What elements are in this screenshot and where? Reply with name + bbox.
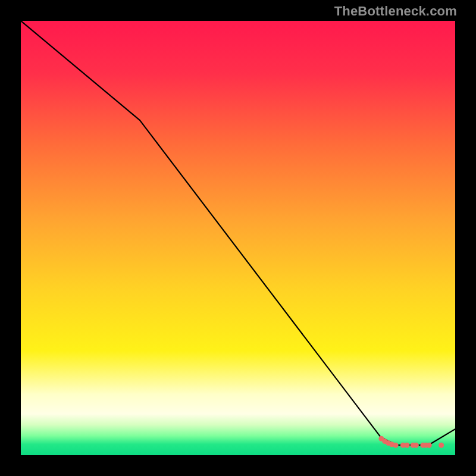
chart-frame: TheBottleneck.com (0, 0, 476, 476)
background-rect (21, 21, 455, 455)
plot-area (21, 21, 455, 455)
marker-dot (414, 443, 419, 448)
marker-dot (393, 443, 398, 448)
marker-dot (427, 443, 432, 448)
marker-dot (439, 443, 444, 448)
watermark-text: TheBottleneck.com (334, 4, 457, 19)
chart-svg (21, 21, 455, 455)
marker-dot (404, 443, 409, 448)
